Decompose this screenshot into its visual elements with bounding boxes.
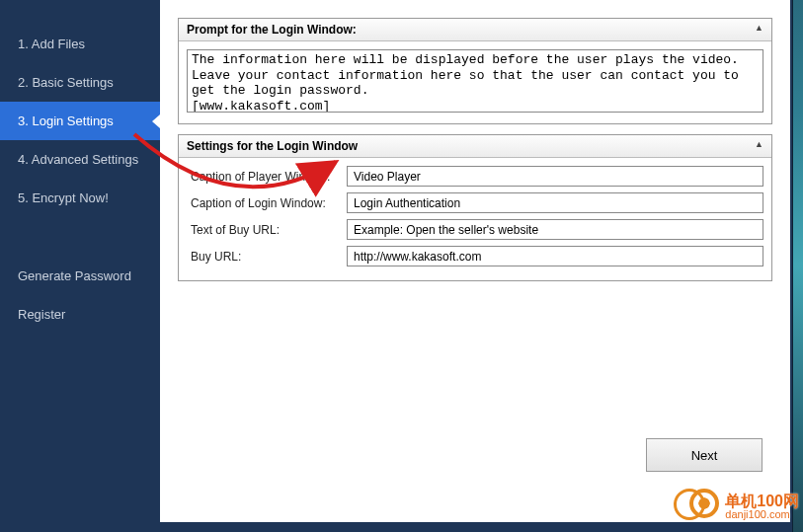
bottom-border <box>0 522 790 527</box>
collapse-icon[interactable]: ▲ <box>755 139 763 149</box>
label-buy-text: Text of Buy URL: <box>187 223 347 237</box>
sidebar-item-advanced-settings[interactable]: 4. Advanced Settings <box>0 140 160 179</box>
sidebar-item-generate-password[interactable]: Generate Password <box>0 257 160 295</box>
settings-panel: Settings for the Login Window ▲ Caption … <box>178 134 772 281</box>
label-buy-url: Buy URL: <box>187 250 347 264</box>
label-caption-player: Caption of Player Window: <box>187 170 347 184</box>
sidebar-item-basic-settings[interactable]: 2. Basic Settings <box>0 63 160 102</box>
input-buy-url[interactable] <box>347 246 763 266</box>
sidebar-item-register[interactable]: Register <box>0 295 160 334</box>
settings-panel-title: Settings for the Login Window <box>187 139 358 153</box>
prompt-panel-header[interactable]: Prompt for the Login Window: ▲ <box>179 19 771 41</box>
input-caption-player[interactable] <box>347 166 763 187</box>
main-panel: Prompt for the Login Window: ▲ Settings … <box>160 0 790 527</box>
row-buy-text: Text of Buy URL: <box>187 219 763 240</box>
prompt-panel: Prompt for the Login Window: ▲ <box>178 18 772 124</box>
row-buy-url: Buy URL: <box>187 246 763 266</box>
row-caption-player: Caption of Player Window: <box>187 166 763 187</box>
input-caption-login[interactable] <box>347 192 763 213</box>
row-caption-login: Caption of Login Window: <box>187 192 763 213</box>
prompt-panel-title: Prompt for the Login Window: <box>187 23 357 37</box>
sidebar-item-login-settings[interactable]: 3. Login Settings <box>0 102 160 140</box>
app-window: 1. Add Files 2. Basic Settings 3. Login … <box>0 0 790 527</box>
collapse-icon[interactable]: ▲ <box>755 23 763 33</box>
sidebar: 1. Add Files 2. Basic Settings 3. Login … <box>0 0 160 527</box>
sidebar-item-encrypt-now[interactable]: 5. Encrypt Now! <box>0 179 160 217</box>
prompt-textarea[interactable] <box>187 49 763 113</box>
input-buy-text[interactable] <box>347 219 763 240</box>
label-caption-login: Caption of Login Window: <box>187 196 347 210</box>
next-button[interactable]: Next <box>646 438 763 472</box>
settings-panel-header[interactable]: Settings for the Login Window ▲ <box>179 135 771 158</box>
desktop-edge <box>792 0 803 532</box>
sidebar-item-add-files[interactable]: 1. Add Files <box>0 25 160 63</box>
